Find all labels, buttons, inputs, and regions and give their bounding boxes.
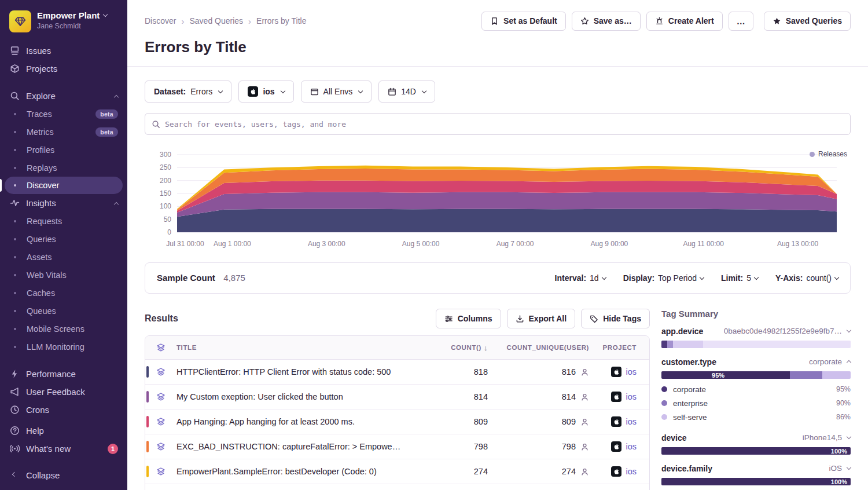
date-range-selector[interactable]: 14D [378, 81, 435, 103]
project-selector[interactable]: ios [238, 81, 293, 103]
sidebar-item-web-vitals[interactable]: Web Vitals [0, 266, 127, 284]
table-row[interactable]: EmpowerPlant.SampleError: happyCustomer … [145, 484, 649, 490]
events-chart[interactable]: Releases 050100150200250300Jul 31 00:00A… [145, 144, 851, 258]
chevron-down-icon [847, 328, 851, 332]
table-row[interactable]: My Custom exeption: User clicked the but… [145, 385, 649, 409]
project-link[interactable]: ios [626, 442, 637, 451]
column-count-unique[interactable]: COUNT_UNIQUE(USER) [488, 344, 589, 351]
project-link[interactable]: ios [626, 467, 637, 476]
apple-icon [611, 416, 621, 427]
tag-value-row[interactable]: self-serve 86% [661, 410, 851, 424]
window-icon [310, 87, 319, 96]
bullet-icon [10, 310, 20, 312]
sidebar-item-discover[interactable]: Discover [5, 177, 123, 194]
error-title-link[interactable]: EmpowerPlant.SampleError: bestDeveloper … [176, 467, 407, 476]
beta-badge: beta [95, 109, 118, 119]
saved-queries-button[interactable]: Saved Queries [764, 12, 851, 31]
tag-toggle[interactable]: customer.type corporate [661, 356, 851, 367]
apple-icon [611, 367, 621, 377]
table-row[interactable]: EXC_BAD_INSTRUCTION: captureFatalError: … [145, 434, 649, 459]
project-link[interactable]: ios [626, 417, 637, 426]
svg-text:250: 250 [160, 163, 171, 171]
sidebar-item-label: Projects [26, 64, 57, 74]
dataset-selector[interactable]: Dataset: Errors [145, 81, 231, 103]
tag-toggle[interactable]: app.device 0baebc0de4982f1255f2e9e9fb7… [661, 326, 851, 337]
chevron-down-icon [280, 88, 285, 93]
sidebar-item-help[interactable]: Help [0, 422, 127, 440]
table-row[interactable]: App Hanging: App hanging for at least 20… [145, 409, 649, 434]
button-label: Create Alert [668, 16, 714, 25]
sidebar-item-caches[interactable]: Caches [0, 284, 127, 302]
error-title-link[interactable]: EXC_BAD_INSTRUCTION: captureFatalError: … [176, 442, 407, 451]
tag-value-row[interactable]: enterprise 90% [661, 396, 851, 410]
sidebar-item-performance[interactable]: Performance [0, 365, 127, 383]
sidebar-item-label: Discover [27, 181, 59, 190]
interval-selector[interactable]: Interval: 1d [555, 273, 606, 283]
column-title[interactable]: TITLE [176, 344, 407, 351]
table-row[interactable]: EmpowerPlant.SampleError: bestDeveloper … [145, 459, 649, 484]
chart-legend[interactable]: Releases [810, 150, 847, 158]
button-label: Columns [458, 314, 492, 323]
sidebar-item-issues[interactable]: Issues [0, 42, 127, 60]
sidebar-item-llm-monitoring[interactable]: LLM Monitoring [0, 338, 127, 356]
table-row[interactable]: HTTPClientError: HTTP Client Error with … [145, 360, 649, 385]
breadcrumb: Discover › Saved Queries › Errors by Tit… [145, 16, 306, 26]
sidebar-item-label: Metrics [27, 127, 54, 137]
sidebar-item-insights[interactable]: Insights [0, 194, 127, 212]
column-project[interactable]: PROJECT [589, 344, 649, 351]
breadcrumb-discover[interactable]: Discover [145, 16, 176, 25]
sidebar-item-explore[interactable]: Explore [0, 87, 127, 105]
columns-button[interactable]: Columns [436, 309, 501, 328]
bullet-icon [10, 346, 20, 348]
user-icon [580, 443, 589, 451]
sidebar-item-queues[interactable]: Queues [0, 302, 127, 320]
bullet-icon [10, 167, 20, 169]
error-title-link[interactable]: App Hanging: App hanging for at least 20… [176, 417, 407, 426]
pulse-icon [9, 198, 20, 208]
tag-value-percent: 90% [836, 399, 851, 407]
yaxis-selector[interactable]: Y-Axis: count() [775, 273, 838, 283]
display-selector[interactable]: Display: Top Period [623, 273, 704, 283]
star-filled-icon [773, 17, 781, 25]
search-input[interactable] [165, 120, 844, 129]
environment-value: All Envs [323, 87, 353, 96]
limit-selector[interactable]: Limit: 5 [721, 273, 758, 283]
breadcrumb-saved-queries[interactable]: Saved Queries [189, 16, 243, 25]
sidebar-item-queries[interactable]: Queries [0, 230, 127, 248]
sidebar-item-projects[interactable]: Projects [0, 60, 127, 78]
set-as-default-button[interactable]: Set as Default [481, 12, 566, 31]
sidebar-item-requests[interactable]: Requests [0, 212, 127, 230]
chevron-down-icon [754, 275, 759, 279]
sidebar-item-replays[interactable]: Replays [0, 159, 127, 177]
hide-tags-button[interactable]: Hide Tags [581, 309, 650, 328]
save-as-button[interactable]: Save as… [572, 12, 641, 31]
project-link[interactable]: ios [626, 392, 637, 401]
create-alert-button[interactable]: Create Alert [646, 12, 723, 31]
project-link[interactable]: ios [626, 367, 637, 376]
chevron-down-icon [601, 275, 606, 279]
tag-toggle[interactable]: device iPhone14,5 [661, 432, 851, 443]
error-title-link[interactable]: My Custom exeption: User clicked the but… [176, 392, 407, 401]
more-actions-button[interactable]: … [729, 12, 753, 31]
export-all-button[interactable]: Export All [507, 309, 576, 328]
sidebar-item-traces[interactable]: Traces beta [0, 105, 127, 123]
sidebar-item-user-feedback[interactable]: User Feedback [0, 383, 127, 401]
sidebar-item-crons[interactable]: Crons [0, 401, 127, 419]
breadcrumb-separator: › [248, 16, 251, 26]
sidebar-item-assets[interactable]: Assets [0, 248, 127, 266]
tag-toggle[interactable]: device.family iOS [661, 463, 851, 474]
sidebar-item-profiles[interactable]: Profiles [0, 141, 127, 159]
results-heading: Results [145, 313, 178, 324]
tag-summary-panel: Tag Summary app.device 0baebc0de4982f125… [661, 309, 851, 490]
environment-selector[interactable]: All Envs [301, 81, 372, 103]
sidebar-item-metrics[interactable]: Metrics beta [0, 123, 127, 141]
error-title-link[interactable]: HTTPClientError: HTTP Client Error with … [176, 367, 407, 376]
tag-value-row[interactable]: corporate 95% [661, 382, 851, 396]
column-count[interactable]: COUNT()↓ [407, 343, 488, 352]
sidebar-item-mobile-screens[interactable]: Mobile Screens [0, 320, 127, 338]
org-switcher[interactable]: Empower Plant Jane Schmidt [0, 7, 127, 42]
sidebar-item-whats-new[interactable]: What's new 1 [0, 440, 127, 458]
sidebar-collapse-button[interactable]: Collapse [0, 466, 127, 484]
chevron-down-icon [422, 88, 426, 93]
broadcast-icon [9, 444, 20, 454]
